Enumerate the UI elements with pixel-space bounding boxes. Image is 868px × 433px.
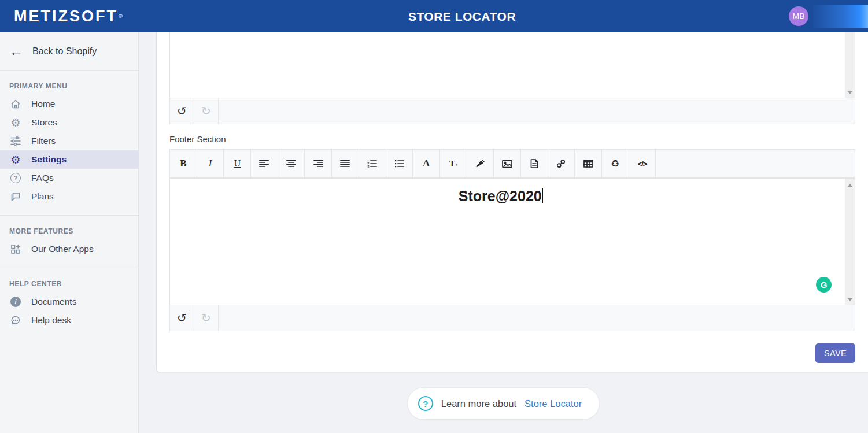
sidebar-item-help-desk[interactable]: Help desk <box>0 311 138 330</box>
align-justify-icon <box>340 160 350 168</box>
unordered-list-button[interactable] <box>386 150 413 177</box>
sidebar-item-plans[interactable]: Plans <box>0 187 138 206</box>
sidebar-item-settings[interactable]: ⚙ Settings <box>0 150 138 169</box>
undo-icon: ↺ <box>177 105 187 117</box>
font-color-icon: A <box>423 158 430 169</box>
insert-table-button[interactable] <box>575 150 602 177</box>
insert-image-button[interactable] <box>494 150 521 177</box>
registered-mark: ® <box>119 13 123 19</box>
save-row: SAVE <box>169 343 855 363</box>
redo-icon: ↻ <box>201 105 211 117</box>
sidebar-item-documents[interactable]: i Documents <box>0 293 138 311</box>
align-right-button[interactable] <box>305 150 332 177</box>
bold-icon: B <box>180 158 186 169</box>
sidebar-item-label: Settings <box>31 154 67 165</box>
italic-icon: I <box>209 158 212 169</box>
font-color-button[interactable]: A <box>413 150 440 177</box>
sidebar-item-home[interactable]: Home <box>0 95 138 113</box>
undo-bar-spacer <box>219 305 855 331</box>
redo-button[interactable]: ↻ <box>194 98 219 124</box>
unordered-list-icon <box>394 160 404 168</box>
redo-icon: ↻ <box>201 312 211 324</box>
question-circle-icon: ? <box>9 172 22 184</box>
link-icon <box>556 159 566 168</box>
help-circle-icon: ? <box>418 396 433 411</box>
clear-format-button[interactable]: ♻ <box>602 150 629 177</box>
info-circle-icon: i <box>9 296 22 308</box>
learn-more-text: Learn more about <box>441 398 516 409</box>
footer-editor-text[interactable]: Store@2020 <box>170 188 832 205</box>
insert-file-button[interactable] <box>521 150 548 177</box>
metizsoft-logo: METIZSOFT® <box>14 8 123 25</box>
sidebar-item-label: Home <box>31 99 55 109</box>
settings-card: ↺ ↻ Footer Section B I U A T↕ ♻ </> <box>156 32 868 373</box>
header-editor-undo-bar: ↺ ↻ <box>169 98 855 124</box>
undo-button[interactable]: ↺ <box>170 305 194 331</box>
scrollbar[interactable] <box>845 179 855 305</box>
text-cursor <box>542 188 544 203</box>
back-arrow-icon: ← <box>9 45 23 58</box>
sidebar-item-label: Documents <box>31 297 76 307</box>
user-avatar[interactable]: MB <box>789 6 808 26</box>
header-section-editor[interactable] <box>169 32 855 98</box>
learn-more-card: ? Learn more about Store Locator <box>407 387 600 420</box>
grammarly-icon[interactable]: G <box>816 277 832 293</box>
code-view-button[interactable]: </> <box>629 150 656 177</box>
italic-button[interactable]: I <box>197 150 224 177</box>
save-button[interactable]: SAVE <box>815 343 855 363</box>
main-content: ↺ ↻ Footer Section B I U A T↕ ♻ </> <box>139 32 868 433</box>
user-menu-highlight[interactable] <box>813 5 868 28</box>
scroll-down-icon[interactable] <box>847 91 853 94</box>
table-icon <box>583 160 593 168</box>
insert-link-button[interactable] <box>548 150 575 177</box>
sidebar: ← Back to Shopify PRIMARY MENU Home ⚙ St… <box>0 32 139 433</box>
page-title: STORE LOCATOR <box>408 10 516 24</box>
learn-more-wrap: ? Learn more about Store Locator <box>139 387 868 420</box>
sidebar-item-label: Our Other Apps <box>31 244 94 254</box>
align-center-icon <box>286 160 296 168</box>
apps-grid-plus-icon <box>9 243 22 255</box>
footer-section-editor[interactable]: Store@2020 G <box>169 178 855 305</box>
bold-button[interactable]: B <box>170 150 197 177</box>
sidebar-item-our-other-apps[interactable]: Our Other Apps <box>0 240 138 258</box>
align-left-button[interactable] <box>251 150 278 177</box>
store-locator-link[interactable]: Store Locator <box>525 398 582 409</box>
background-color-button[interactable] <box>467 150 494 177</box>
file-icon <box>530 159 538 168</box>
top-navbar: METIZSOFT® STORE LOCATOR MB <box>0 0 868 32</box>
sliders-icon <box>9 135 22 147</box>
underline-icon: U <box>234 158 241 169</box>
undo-icon: ↺ <box>177 312 187 324</box>
align-center-button[interactable] <box>278 150 305 177</box>
undo-button[interactable]: ↺ <box>170 98 194 124</box>
align-justify-button[interactable] <box>332 150 359 177</box>
align-right-icon <box>313 160 323 168</box>
more-features-section: MORE FEATURES Our Other Apps <box>0 215 138 258</box>
toolbar-spacer <box>656 150 855 177</box>
text-size-button[interactable]: T↕ <box>440 150 467 177</box>
sidebar-item-label: FAQs <box>31 173 54 183</box>
align-left-icon <box>259 160 269 168</box>
ordered-list-button[interactable] <box>359 150 386 177</box>
scroll-down-icon[interactable] <box>847 298 853 301</box>
text-size-icon: T↕ <box>449 159 457 169</box>
plans-icon <box>9 191 22 202</box>
sidebar-item-faqs[interactable]: ? FAQs <box>0 169 138 187</box>
scroll-up-icon[interactable] <box>847 184 853 187</box>
sidebar-item-stores[interactable]: ⚙ Stores <box>0 113 138 132</box>
gear-icon: ⚙ <box>9 154 22 165</box>
scrollbar[interactable] <box>845 32 855 98</box>
section-heading: MORE FEATURES <box>0 224 138 240</box>
footer-section-label: Footer Section <box>169 134 855 144</box>
back-to-shopify[interactable]: ← Back to Shopify <box>0 32 138 71</box>
primary-menu-section: PRIMARY MENU Home ⚙ Stores Filters ⚙ Set… <box>0 71 138 206</box>
section-heading: PRIMARY MENU <box>0 79 138 95</box>
gear-icon: ⚙ <box>9 117 22 128</box>
paintbrush-icon <box>475 159 485 168</box>
sidebar-item-label: Help desk <box>31 315 71 325</box>
redo-button[interactable]: ↻ <box>194 305 219 331</box>
code-icon: </> <box>638 160 647 168</box>
sidebar-item-filters[interactable]: Filters <box>0 132 138 150</box>
sidebar-item-label: Filters <box>31 136 56 146</box>
underline-button[interactable]: U <box>224 150 251 177</box>
